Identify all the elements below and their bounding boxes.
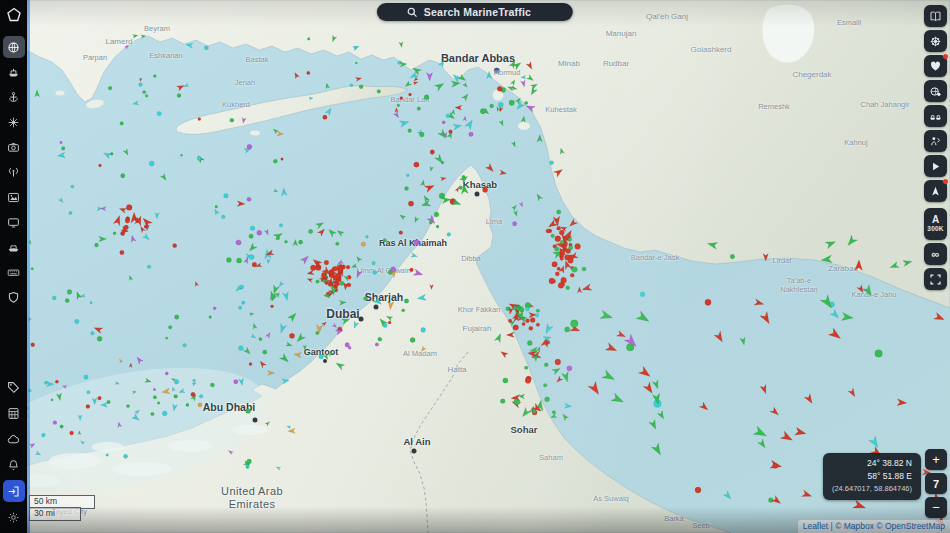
vessel-marker[interactable]	[869, 436, 878, 448]
vessel-marker[interactable]	[113, 216, 120, 226]
vessel-marker[interactable]	[86, 405, 90, 409]
favorites-button[interactable]	[924, 55, 947, 77]
vessel-marker[interactable]	[242, 117, 246, 123]
voyage-replay-button[interactable]	[924, 155, 947, 177]
vessel-marker[interactable]	[247, 459, 252, 464]
vessel-marker[interactable]	[283, 292, 289, 301]
vessel-marker[interactable]	[143, 90, 146, 93]
vessel-marker[interactable]	[56, 393, 61, 401]
vessel-marker[interactable]	[90, 302, 92, 304]
vessel-marker[interactable]	[329, 229, 337, 237]
vessel-marker[interactable]	[277, 132, 283, 136]
sidebar-item-tools[interactable]	[3, 261, 25, 283]
vessel-marker[interactable]	[282, 188, 288, 196]
vessel-marker[interactable]	[124, 454, 128, 458]
vessel-marker[interactable]	[249, 255, 254, 260]
vessel-marker[interactable]	[149, 161, 154, 166]
vessel-marker[interactable]	[487, 71, 492, 78]
vessel-marker[interactable]	[336, 363, 345, 370]
vessel-marker[interactable]	[168, 326, 172, 330]
vessel-marker[interactable]	[554, 247, 559, 252]
vessel-marker[interactable]	[802, 490, 812, 497]
vessel-marker[interactable]	[323, 115, 327, 119]
vessel-marker[interactable]	[372, 261, 376, 265]
vessel-marker[interactable]	[257, 230, 262, 235]
vessel-marker[interactable]	[453, 124, 462, 130]
vessel-marker[interactable]	[124, 45, 128, 49]
vessel-marker[interactable]	[266, 333, 271, 339]
vessel-marker[interactable]	[552, 411, 555, 414]
vessel-marker[interactable]	[260, 361, 266, 368]
vessel-marker[interactable]	[120, 359, 123, 363]
vessel-marker[interactable]	[543, 384, 547, 388]
vessel-marker[interactable]	[366, 235, 369, 238]
vessel-marker[interactable]	[119, 209, 126, 214]
vessel-marker[interactable]	[355, 62, 357, 64]
vessel-marker[interactable]	[307, 71, 310, 74]
vessel-marker[interactable]	[316, 280, 320, 284]
vessel-marker[interactable]	[511, 80, 515, 86]
vessel-marker[interactable]	[397, 104, 400, 107]
vessel-marker[interactable]	[435, 83, 444, 91]
vessel-marker[interactable]	[125, 218, 130, 223]
vessel-marker[interactable]	[509, 100, 514, 105]
vessel-marker[interactable]	[354, 321, 359, 328]
vessel-marker[interactable]	[707, 242, 717, 249]
vessel-marker[interactable]	[500, 399, 505, 404]
vessel-marker[interactable]	[31, 343, 35, 347]
vessel-marker[interactable]	[934, 313, 945, 320]
vessel-marker[interactable]	[239, 378, 244, 385]
vessel-marker[interactable]	[525, 378, 531, 384]
vessel-marker[interactable]	[714, 331, 723, 342]
vessel-marker[interactable]	[99, 164, 102, 167]
vessel-marker[interactable]	[183, 343, 187, 347]
vessel-marker[interactable]	[550, 161, 554, 165]
vessel-marker[interactable]	[267, 259, 270, 264]
vessel-marker[interactable]	[512, 205, 517, 210]
vessel-marker[interactable]	[247, 197, 251, 201]
vessel-marker[interactable]	[307, 38, 310, 41]
vessel-marker[interactable]	[405, 81, 412, 87]
vessel-marker[interactable]	[560, 249, 565, 254]
vessel-marker[interactable]	[821, 255, 832, 263]
vessel-marker[interactable]	[462, 94, 468, 101]
vessel-marker[interactable]	[359, 85, 363, 89]
vessel-marker[interactable]	[42, 433, 46, 437]
vessel-marker[interactable]	[129, 363, 132, 367]
vessel-marker[interactable]	[271, 305, 274, 308]
vessel-marker[interactable]	[198, 118, 201, 121]
vessel-marker[interactable]	[529, 326, 533, 330]
vessel-marker[interactable]	[177, 94, 181, 98]
vessel-marker[interactable]	[81, 294, 85, 297]
vessel-marker[interactable]	[300, 256, 308, 264]
vessel-marker[interactable]	[279, 281, 284, 286]
vessel-marker[interactable]	[132, 35, 138, 39]
vessel-marker[interactable]	[410, 268, 414, 272]
vessel-marker[interactable]	[78, 431, 81, 435]
vessel-marker[interactable]	[213, 307, 216, 310]
vessel-marker[interactable]	[853, 500, 866, 508]
vessel-marker[interactable]	[71, 185, 74, 188]
vessel-marker[interactable]	[536, 323, 540, 327]
vessel-marker[interactable]	[463, 82, 468, 87]
vessel-marker[interactable]	[293, 240, 298, 246]
vessel-marker[interactable]	[519, 202, 522, 207]
vessel-marker[interactable]	[501, 352, 509, 358]
density-filter-button[interactable]: A 300K	[924, 208, 947, 240]
vessel-marker[interactable]	[465, 120, 472, 129]
vessel-marker[interactable]	[35, 451, 41, 455]
vessel-marker[interactable]	[439, 60, 444, 67]
vessel-marker[interactable]	[253, 323, 257, 329]
vessel-marker[interactable]	[526, 106, 535, 113]
vessel-marker[interactable]	[557, 226, 561, 230]
vessel-marker[interactable]	[553, 170, 562, 178]
vessel-marker[interactable]	[560, 257, 564, 261]
vessel-marker[interactable]	[459, 186, 463, 190]
vessel-marker[interactable]	[740, 337, 745, 345]
vessel-marker[interactable]	[236, 240, 241, 245]
vessel-marker[interactable]	[557, 210, 561, 214]
vessel-marker[interactable]	[400, 62, 407, 67]
vessel-marker[interactable]	[250, 226, 255, 231]
vessel-marker[interactable]	[139, 83, 143, 87]
vessel-marker[interactable]	[414, 77, 418, 81]
